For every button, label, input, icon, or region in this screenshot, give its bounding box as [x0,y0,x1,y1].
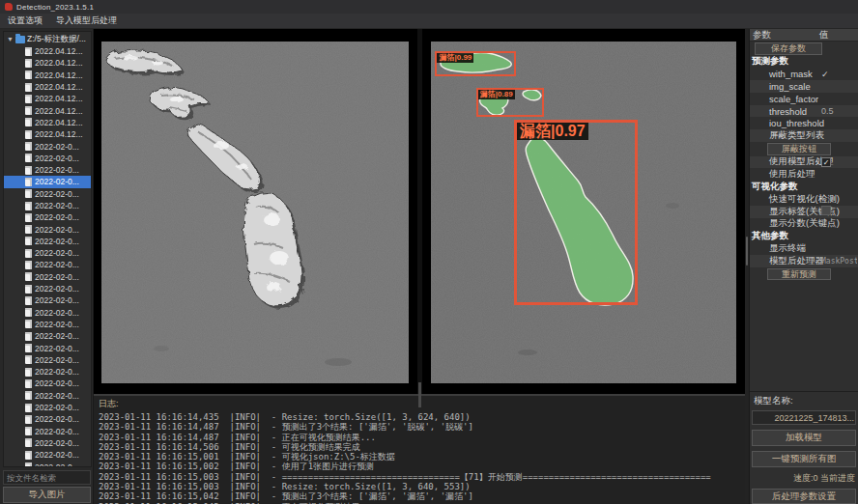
param-row[interactable]: 显示标签(关键点) [750,206,858,218]
tree-item[interactable]: 2022-02-0... [4,402,91,413]
model-name-field[interactable]: 20221225_174813... [752,410,856,425]
tree-item[interactable]: 2022.04.12... [4,128,91,140]
tree-item[interactable]: 2022-02-0... [4,342,91,353]
tree-item-label: 2022-02-0... [35,212,79,222]
import-image-button[interactable]: 导入图片 [3,487,91,503]
file-icon [25,368,32,377]
chevron-down-icon[interactable]: ▼ [7,36,14,42]
tree-item-label: 2022-02-0... [35,450,79,460]
tree-item[interactable]: 2022.04.12... [4,45,91,57]
tree-item[interactable]: 2022.04.12... [4,57,91,69]
tree-item[interactable]: 2022-02-0... [4,294,91,306]
param-row[interactable]: iou_threshold [750,117,858,129]
param-row[interactable]: 使用模型后处理✓ [750,156,858,169]
viewer-splitter[interactable] [417,29,422,394]
tree-item[interactable]: 2022-02-0... [4,236,91,247]
tree-item[interactable]: 2022.04.12... [4,70,91,81]
tree-root-folder[interactable]: ▼ Z:/5-标注数据/... [4,33,91,45]
file-icon [25,189,32,198]
tree-item[interactable]: 2022-02-0... [4,140,91,152]
tree-item[interactable]: 2022.04.12... [4,93,91,104]
detection-label: 漏箔|0.89 [478,90,515,99]
tree-item[interactable]: 2022-02-0... [4,188,91,200]
search-input[interactable] [3,470,91,485]
param-row[interactable]: 显示分数(关键点) [750,218,858,231]
file-icon [25,237,32,245]
tree-item[interactable]: 2022-02-0... [4,153,91,164]
file-icon [25,47,32,56]
source-image-viewer[interactable] [94,29,417,394]
file-icon [25,130,32,139]
title-bar: Detection_2023.1.5.1 [0,0,858,14]
tree-item[interactable]: 2022-02-0... [4,200,91,211]
param-value[interactable] [821,206,857,217]
params-scrollbar[interactable] [745,29,749,504]
tree-item[interactable]: 2022-02-0... [4,390,91,402]
tree-item[interactable]: 2022-02-0... [4,164,91,176]
tree-item[interactable]: 2022.04.12... [4,117,91,128]
predict-all-button[interactable]: 一键预测所有图 [752,451,856,467]
tree-item-label: 2022-02-0... [35,344,79,353]
param-row[interactable]: scale_factor [750,93,858,105]
tree-item[interactable]: 2022-02-0... [4,283,91,294]
params-button[interactable]: 重新预测 [767,268,831,281]
tree-item-label: 2022-02-0... [35,414,79,424]
menu-item-import-postprocess[interactable]: 导入模型后处理 [56,14,117,27]
tree-item-label: 2022.04.12... [35,82,83,92]
tree-item[interactable]: 2022-02-0... [4,437,91,449]
tree-item[interactable]: 2022-02-0... [4,307,91,319]
tree-item[interactable]: 2022-02-0... [4,259,91,270]
postprocess-params-button[interactable]: 后处理参数设置 [752,489,856,504]
tree-item[interactable]: 2022-02-0... [4,378,91,389]
load-model-button[interactable]: 加载模型 [752,430,856,446]
params-button[interactable]: 保存参数 [755,42,822,55]
tree-item[interactable]: 2022-02-0... [4,176,91,187]
tree-item[interactable]: 2022.04.12... [4,104,91,116]
param-row[interactable]: 模型后处理器MaskPostPro [750,255,858,267]
tree-item[interactable]: 2022-02-0... [4,271,91,283]
tree-item[interactable]: 2022-02-0 [4,461,91,467]
tree-item[interactable]: 2022-02-0... [4,330,91,342]
file-icon [25,178,32,186]
file-tree[interactable]: ▼ Z:/5-标注数据/... 2022.04.12...2022.04.12.… [3,31,92,467]
param-row[interactable]: img_scale [750,80,858,93]
tree-item[interactable]: 2022-02-0... [4,426,91,437]
prediction-image-viewer[interactable]: 漏箔|0.99漏箔|0.89漏箔|0.97 [422,29,746,394]
tree-item[interactable]: 2022-02-0... [4,366,91,378]
param-row[interactable]: 使用后处理 [750,168,858,181]
tree-item-label: 2022-02-0... [35,295,79,305]
menu-item-settings[interactable]: 设置选项 [8,14,43,27]
param-row[interactable]: 屏蔽类型列表 [750,129,858,142]
tree-item[interactable]: 2022-02-0... [4,247,91,259]
tree-item-label: 2022.04.12... [35,70,83,80]
tree-item[interactable]: 2022-02-0... [4,354,91,366]
tree-item[interactable]: 2022-02-0... [4,211,91,223]
tree-item-list: 2022.04.12...2022.04.12...2022.04.12...2… [4,45,91,467]
params-section-header: 可视化参数 [750,181,858,193]
param-row[interactable]: with_mask✓ [750,68,858,80]
tree-item[interactable]: 2022-02-0... [4,413,91,425]
param-row[interactable]: 显示终端 [750,242,858,255]
tree-item[interactable]: 2022.04.12... [4,81,91,93]
tree-item[interactable]: 2022-02-0... [4,449,91,461]
checkbox-checked-icon[interactable]: ✓ [821,157,831,167]
tree-item-label: 2022-02-0... [35,142,79,152]
param-row[interactable]: 快速可视化(检测) [750,193,858,206]
param-row[interactable]: threshold0.5 [750,105,858,118]
file-icon [25,142,32,151]
tree-item[interactable]: 2022-02-0... [4,223,91,235]
params-section-header: 其他参数 [750,230,858,242]
file-icon [25,379,32,388]
scrollbar-thumb[interactable] [746,237,748,266]
tree-item-label: 2022-02-0... [35,355,79,365]
tree-item-label: 2022.04.12... [35,118,83,127]
param-value[interactable]: ✓ [821,157,857,167]
source-image [101,42,409,383]
tree-item[interactable]: 2022-02-0... [4,319,91,330]
splitter-handle[interactable] [418,382,421,407]
tree-item-label: 2022-02-0... [35,320,79,329]
params-button[interactable]: 屏蔽按钮 [767,143,831,155]
checkbox-unchecked-icon[interactable] [821,206,831,215]
log-pane[interactable]: 日志: 2023-01-11 16:16:14,435 |INFO| - Res… [94,394,745,504]
param-label: 使用后处理 [750,168,815,181]
